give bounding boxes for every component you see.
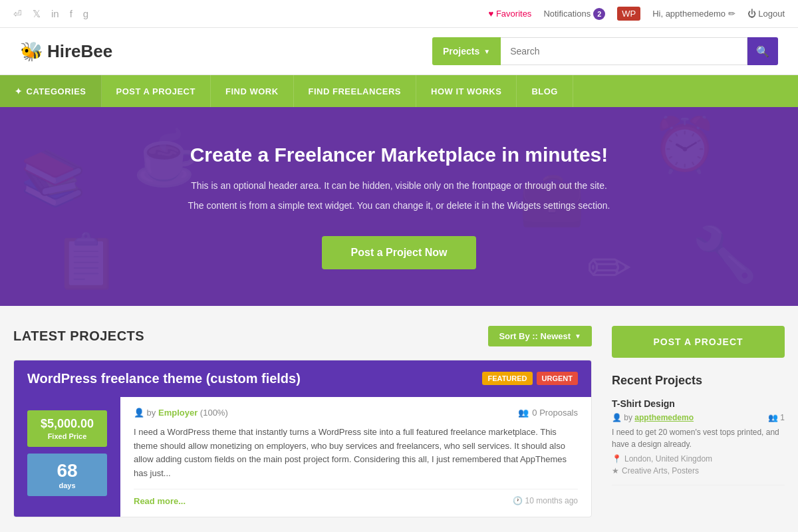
urgent-badge: URGENT — [537, 372, 578, 385]
recent-project-description: I need to get 20 women's vest tops print… — [612, 426, 785, 450]
recent-person-icon: 👤 by — [612, 413, 634, 422]
pencil-bg-icon: ✏ — [587, 237, 632, 299]
featured-badge: FEATURED — [482, 372, 532, 385]
notifications-badge: 2 — [593, 8, 605, 20]
nav-item-how-it-works[interactable]: HOW IT WORKS — [416, 75, 517, 107]
recent-project-name[interactable]: T-Shirt Design — [612, 398, 785, 409]
project-footer: Read more... 🕐 10 months ago — [134, 489, 578, 506]
hero-subtext2: The content is from a simple text widget… — [188, 198, 610, 213]
hero-heading: Create a Freelancer Marketplace in minut… — [190, 144, 608, 166]
rss-icon[interactable]: ⏎ — [13, 8, 22, 20]
employer-info: 👤 by Employer (100%) — [134, 408, 228, 418]
categories-icon: ✦ — [15, 86, 23, 96]
employer-link[interactable]: Employer — [158, 408, 198, 418]
price-box: $5,000.00 Fixed Price — [27, 410, 107, 447]
wrench-icon: ✏ — [728, 9, 735, 19]
twitter-icon[interactable]: 𝕏 — [33, 8, 41, 20]
chevron-down-icon: ▼ — [483, 48, 490, 55]
price-type: Fixed Price — [34, 432, 100, 440]
projects-dropdown-button[interactable]: Projects ▼ — [432, 37, 501, 65]
clock-icon: 🕐 — [513, 496, 525, 505]
main-content: LATEST PROJECTS Sort By :: Newest ▼ Word… — [0, 306, 798, 532]
notifications-link[interactable]: Notifications — [543, 9, 591, 19]
project-card-body: $5,000.00 Fixed Price 68 days 👤 by Emplo… — [14, 397, 591, 517]
notifications-wrap: Notifications 2 — [543, 8, 605, 20]
nav-item-post-project[interactable]: POST A PROJECT — [102, 75, 211, 107]
recent-project-categories: ★ Creative Arts, Posters — [612, 466, 785, 475]
logout-icon: ⏻ — [747, 9, 759, 19]
recent-project-location: 📍 London, United Kingdom — [612, 454, 785, 464]
sort-button[interactable]: Sort By :: Newest ▼ — [488, 326, 592, 346]
employer-percent: (100%) — [200, 408, 228, 418]
favorites-link[interactable]: ♥ Favorites — [489, 9, 532, 19]
recent-proposals: 👥 1 — [768, 413, 785, 422]
top-bar: ⏎ 𝕏 in f g ♥ Favorites Notifications 2 W… — [0, 0, 798, 28]
project-main: 👤 by Employer (100%) 👥 0 Proposals I nee… — [120, 397, 591, 517]
search-area: Projects ▼ 🔍 — [432, 37, 778, 65]
book-bg-icon: 📚 — [20, 147, 86, 209]
proposals-count: 👥 0 Proposals — [518, 408, 578, 418]
recent-projects-title: Recent Projects — [612, 374, 785, 388]
heart-icon: ♥ — [489, 9, 494, 19]
project-timestamp: 🕐 10 months ago — [513, 496, 578, 505]
nav-item-find-work[interactable]: FIND WORK — [211, 75, 294, 107]
nav-item-blog[interactable]: BLOG — [517, 75, 573, 107]
proposals-icon: 👥 — [518, 408, 529, 418]
facebook-icon[interactable]: f — [70, 8, 72, 19]
search-icon: 🔍 — [756, 45, 769, 58]
days-box: 68 days — [27, 454, 107, 496]
logo-text: HireBee — [47, 41, 112, 62]
employer-by-label: 👤 by — [134, 408, 158, 418]
projects-section: LATEST PROJECTS Sort By :: Newest ▼ Word… — [13, 326, 592, 517]
nav-item-categories[interactable]: ✦ CATEGORIES — [0, 75, 102, 107]
project-price: $5,000.00 — [34, 417, 100, 431]
tools-bg-icon: 🔧 — [692, 223, 758, 286]
recent-project-item: T-Shirt Design 👤 by appthemedemo 👥 1 I n… — [612, 398, 785, 485]
days-label: days — [34, 481, 100, 489]
googleplus-icon[interactable]: g — [83, 8, 88, 19]
project-badges: FEATURED URGENT — [482, 372, 578, 385]
social-links: ⏎ 𝕏 in f g — [13, 8, 88, 20]
hero-subtext1: This is an optional header area. It can … — [191, 178, 607, 193]
linkedin-icon[interactable]: in — [51, 8, 59, 19]
project-card-header: WordPress freelance theme (custom fields… — [14, 360, 591, 397]
post-project-sidebar-button[interactable]: POST A PROJECT — [612, 326, 785, 358]
favorites-label: Favorites — [496, 9, 531, 19]
hero-banner: ⏰ 📚 📋 🔧 ☕ ✏ 💼 Create a Freelancer Market… — [0, 107, 798, 306]
user-greeting: Hi, appthemedemo ✏ — [652, 9, 735, 19]
project-meta: 👤 by Employer (100%) 👥 0 Proposals — [134, 408, 578, 418]
section-header: LATEST PROJECTS Sort By :: Newest ▼ — [13, 326, 592, 346]
project-description: I need a WordPress theme that instantly … — [134, 426, 578, 481]
notifications-label: Notifications — [543, 9, 591, 19]
recent-author-info: 👤 by appthemedemo — [612, 413, 694, 422]
recent-proposals-icon: 👥 — [768, 413, 780, 422]
project-title: WordPress freelance theme (custom fields… — [27, 371, 301, 386]
project-card: WordPress freelance theme (custom fields… — [13, 360, 592, 517]
read-more-link[interactable]: Read more... — [134, 496, 186, 506]
clipboard-bg-icon: 📋 — [53, 230, 120, 293]
logout-link[interactable]: ⏻ Logout — [747, 9, 785, 19]
recent-author-link[interactable]: appthemedemo — [634, 413, 694, 422]
logo-bee-icon: 🐝 — [20, 41, 43, 63]
section-title: LATEST PROJECTS — [13, 329, 144, 344]
star-icon: ★ — [612, 466, 619, 475]
hero-cta-button[interactable]: Post a Project Now — [322, 236, 477, 269]
wp-admin-button[interactable]: WP — [617, 7, 640, 21]
project-sidebar: $5,000.00 Fixed Price 68 days — [14, 397, 120, 517]
clock-bg-icon: ⏰ — [652, 114, 718, 176]
sort-chevron-icon: ▼ — [575, 332, 581, 340]
location-icon: 📍 — [612, 454, 622, 464]
recent-project-meta: 👤 by appthemedemo 👥 1 — [612, 413, 785, 422]
search-input[interactable] — [501, 37, 747, 65]
search-button[interactable]: 🔍 — [747, 37, 778, 65]
sidebar: POST A PROJECT Recent Projects T-Shirt D… — [612, 326, 785, 517]
project-days: 68 — [34, 460, 100, 481]
nav-item-find-freelancers[interactable]: FIND FREELANCERS — [294, 75, 416, 107]
logo[interactable]: 🐝 HireBee — [20, 41, 126, 63]
main-navigation: ✦ CATEGORIES POST A PROJECT FIND WORK FI… — [0, 75, 798, 107]
top-bar-right: ♥ Favorites Notifications 2 WP Hi, appth… — [489, 7, 785, 21]
site-header: 🐝 HireBee Projects ▼ 🔍 — [0, 28, 798, 75]
